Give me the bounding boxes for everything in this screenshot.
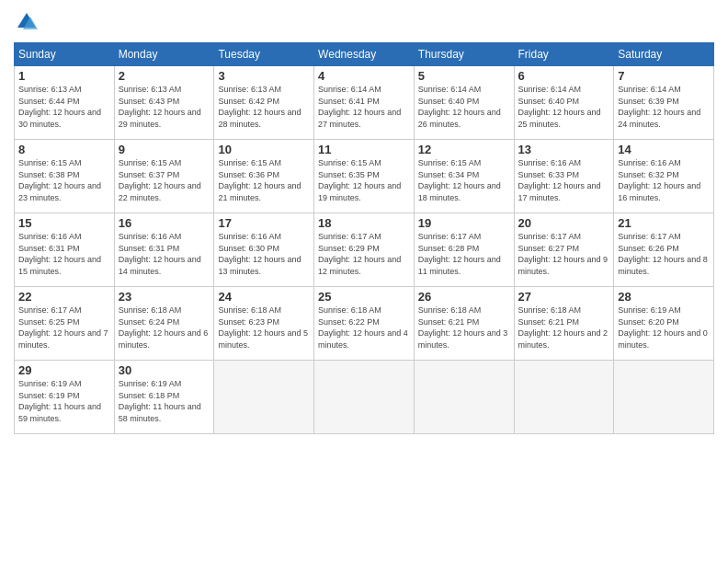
day-number: 6 (518, 69, 610, 83)
calendar-header-saturday: Saturday (614, 43, 714, 66)
day-info: Sunrise: 6:15 AM Sunset: 6:36 PM Dayligh… (218, 157, 310, 203)
calendar-header-row: SundayMondayTuesdayWednesdayThursdayFrid… (15, 43, 714, 66)
day-info: Sunrise: 6:18 AM Sunset: 6:21 PM Dayligh… (518, 304, 610, 350)
day-number: 15 (18, 216, 110, 230)
day-number: 23 (119, 290, 210, 304)
calendar-cell: 12 Sunrise: 6:15 AM Sunset: 6:34 PM Dayl… (414, 140, 514, 213)
day-number: 4 (318, 69, 410, 83)
day-number: 18 (318, 216, 410, 230)
calendar-cell: 17 Sunrise: 6:16 AM Sunset: 6:30 PM Dayl… (214, 213, 314, 287)
calendar-cell: 5 Sunrise: 6:14 AM Sunset: 6:40 PM Dayli… (414, 66, 514, 140)
day-number: 29 (18, 363, 110, 377)
day-info: Sunrise: 6:16 AM Sunset: 6:31 PM Dayligh… (18, 231, 110, 277)
calendar-cell: 24 Sunrise: 6:18 AM Sunset: 6:23 PM Dayl… (214, 287, 314, 361)
calendar-cell: 14 Sunrise: 6:16 AM Sunset: 6:32 PM Dayl… (614, 140, 714, 213)
day-info: Sunrise: 6:16 AM Sunset: 6:30 PM Dayligh… (218, 231, 310, 277)
day-info: Sunrise: 6:13 AM Sunset: 6:42 PM Dayligh… (218, 84, 310, 130)
calendar-header-sunday: Sunday (15, 43, 115, 66)
logo (14, 9, 43, 35)
day-info: Sunrise: 6:16 AM Sunset: 6:33 PM Dayligh… (518, 157, 610, 203)
calendar-cell: 28 Sunrise: 6:19 AM Sunset: 6:20 PM Dayl… (614, 287, 714, 361)
day-number: 5 (418, 69, 510, 83)
calendar-cell: 22 Sunrise: 6:17 AM Sunset: 6:25 PM Dayl… (15, 287, 115, 361)
calendar-cell: 6 Sunrise: 6:14 AM Sunset: 6:40 PM Dayli… (514, 66, 614, 140)
day-number: 14 (618, 143, 710, 156)
day-number: 25 (318, 290, 410, 304)
day-info: Sunrise: 6:18 AM Sunset: 6:22 PM Dayligh… (318, 304, 410, 350)
calendar-cell: 20 Sunrise: 6:17 AM Sunset: 6:27 PM Dayl… (514, 213, 614, 287)
calendar-cell: 8 Sunrise: 6:15 AM Sunset: 6:38 PM Dayli… (15, 140, 115, 213)
calendar-cell (614, 361, 714, 434)
day-info: Sunrise: 6:15 AM Sunset: 6:38 PM Dayligh… (18, 157, 110, 203)
day-info: Sunrise: 6:15 AM Sunset: 6:37 PM Dayligh… (119, 157, 210, 203)
calendar-cell: 1 Sunrise: 6:13 AM Sunset: 6:44 PM Dayli… (15, 66, 115, 140)
day-number: 13 (518, 143, 610, 156)
calendar-header-tuesday: Tuesday (214, 43, 314, 66)
day-info: Sunrise: 6:16 AM Sunset: 6:32 PM Dayligh… (618, 157, 710, 203)
day-info: Sunrise: 6:17 AM Sunset: 6:28 PM Dayligh… (418, 231, 510, 277)
day-number: 10 (218, 143, 310, 156)
day-info: Sunrise: 6:14 AM Sunset: 6:40 PM Dayligh… (518, 84, 610, 130)
calendar-week-1: 1 Sunrise: 6:13 AM Sunset: 6:44 PM Dayli… (15, 66, 714, 140)
calendar-cell: 19 Sunrise: 6:17 AM Sunset: 6:28 PM Dayl… (414, 213, 514, 287)
day-info: Sunrise: 6:17 AM Sunset: 6:29 PM Dayligh… (318, 231, 410, 277)
page: SundayMondayTuesdayWednesdayThursdayFrid… (0, 0, 728, 563)
calendar-header-friday: Friday (514, 43, 614, 66)
calendar-week-4: 22 Sunrise: 6:17 AM Sunset: 6:25 PM Dayl… (15, 287, 714, 361)
day-number: 21 (618, 216, 710, 230)
day-number: 3 (218, 69, 310, 83)
calendar-cell (214, 361, 314, 434)
header (14, 9, 714, 35)
calendar-cell: 27 Sunrise: 6:18 AM Sunset: 6:21 PM Dayl… (514, 287, 614, 361)
day-number: 8 (18, 143, 110, 156)
day-info: Sunrise: 6:14 AM Sunset: 6:41 PM Dayligh… (318, 84, 410, 130)
day-info: Sunrise: 6:15 AM Sunset: 6:35 PM Dayligh… (318, 157, 410, 203)
calendar-header-wednesday: Wednesday (314, 43, 415, 66)
logo-icon (14, 9, 40, 35)
calendar-cell: 18 Sunrise: 6:17 AM Sunset: 6:29 PM Dayl… (314, 213, 415, 287)
calendar: SundayMondayTuesdayWednesdayThursdayFrid… (14, 42, 714, 434)
calendar-cell: 2 Sunrise: 6:13 AM Sunset: 6:43 PM Dayli… (114, 66, 214, 140)
day-info: Sunrise: 6:19 AM Sunset: 6:18 PM Dayligh… (119, 378, 210, 424)
day-info: Sunrise: 6:15 AM Sunset: 6:34 PM Dayligh… (418, 157, 510, 203)
calendar-cell: 16 Sunrise: 6:16 AM Sunset: 6:31 PM Dayl… (114, 213, 214, 287)
day-number: 2 (119, 69, 210, 83)
calendar-cell: 9 Sunrise: 6:15 AM Sunset: 6:37 PM Dayli… (114, 140, 214, 213)
calendar-header-thursday: Thursday (414, 43, 514, 66)
day-info: Sunrise: 6:13 AM Sunset: 6:43 PM Dayligh… (119, 84, 210, 130)
calendar-cell: 30 Sunrise: 6:19 AM Sunset: 6:18 PM Dayl… (114, 361, 214, 434)
day-info: Sunrise: 6:14 AM Sunset: 6:39 PM Dayligh… (618, 84, 710, 130)
day-info: Sunrise: 6:18 AM Sunset: 6:23 PM Dayligh… (218, 304, 310, 350)
day-number: 19 (418, 216, 510, 230)
calendar-cell: 10 Sunrise: 6:15 AM Sunset: 6:36 PM Dayl… (214, 140, 314, 213)
calendar-cell: 4 Sunrise: 6:14 AM Sunset: 6:41 PM Dayli… (314, 66, 415, 140)
day-number: 7 (618, 69, 710, 83)
day-info: Sunrise: 6:17 AM Sunset: 6:25 PM Dayligh… (18, 304, 110, 350)
day-info: Sunrise: 6:18 AM Sunset: 6:24 PM Dayligh… (119, 304, 210, 350)
calendar-cell: 29 Sunrise: 6:19 AM Sunset: 6:19 PM Dayl… (15, 361, 115, 434)
calendar-cell (314, 361, 415, 434)
calendar-cell: 3 Sunrise: 6:13 AM Sunset: 6:42 PM Dayli… (214, 66, 314, 140)
day-info: Sunrise: 6:19 AM Sunset: 6:20 PM Dayligh… (618, 304, 710, 350)
calendar-cell: 13 Sunrise: 6:16 AM Sunset: 6:33 PM Dayl… (514, 140, 614, 213)
calendar-cell: 26 Sunrise: 6:18 AM Sunset: 6:21 PM Dayl… (414, 287, 514, 361)
day-number: 12 (418, 143, 510, 156)
day-info: Sunrise: 6:17 AM Sunset: 6:26 PM Dayligh… (618, 231, 710, 277)
day-number: 16 (119, 216, 210, 230)
day-number: 17 (218, 216, 310, 230)
calendar-cell: 25 Sunrise: 6:18 AM Sunset: 6:22 PM Dayl… (314, 287, 415, 361)
day-number: 26 (418, 290, 510, 304)
day-number: 11 (318, 143, 410, 156)
day-info: Sunrise: 6:16 AM Sunset: 6:31 PM Dayligh… (119, 231, 210, 277)
calendar-cell: 21 Sunrise: 6:17 AM Sunset: 6:26 PM Dayl… (614, 213, 714, 287)
calendar-cell: 15 Sunrise: 6:16 AM Sunset: 6:31 PM Dayl… (15, 213, 115, 287)
day-number: 20 (518, 216, 610, 230)
calendar-week-2: 8 Sunrise: 6:15 AM Sunset: 6:38 PM Dayli… (15, 140, 714, 213)
day-number: 9 (119, 143, 210, 156)
day-info: Sunrise: 6:13 AM Sunset: 6:44 PM Dayligh… (18, 84, 110, 130)
day-number: 30 (119, 363, 210, 377)
day-number: 28 (618, 290, 710, 304)
calendar-week-3: 15 Sunrise: 6:16 AM Sunset: 6:31 PM Dayl… (15, 213, 714, 287)
calendar-cell: 11 Sunrise: 6:15 AM Sunset: 6:35 PM Dayl… (314, 140, 415, 213)
day-number: 27 (518, 290, 610, 304)
